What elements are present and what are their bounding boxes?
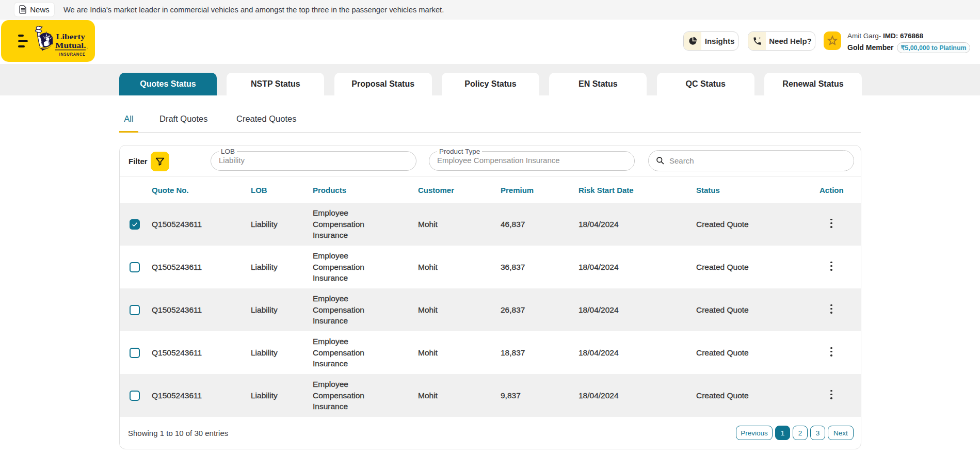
svg-text:INSURANCE: INSURANCE <box>59 52 86 57</box>
svg-text:Liberty: Liberty <box>56 33 86 41</box>
svg-text:Mutual.: Mutual. <box>55 41 86 50</box>
